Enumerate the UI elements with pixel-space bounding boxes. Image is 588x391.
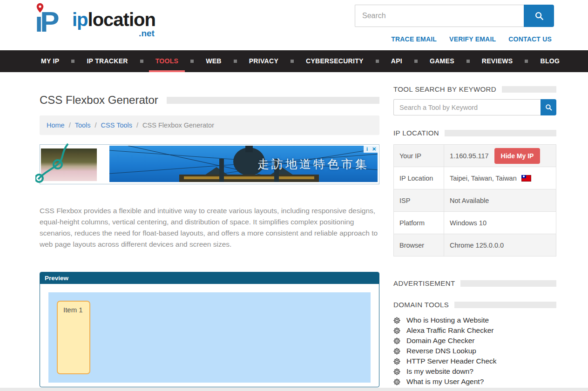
page-bottom-strip bbox=[0, 388, 588, 391]
nav-item-privacy[interactable]: PRIVACY bbox=[243, 50, 285, 72]
site-search-button[interactable] bbox=[524, 5, 554, 27]
domain-tool-label: Reverse DNS Lookup bbox=[406, 347, 476, 355]
breadcrumb-separator: / bbox=[69, 121, 71, 129]
ip-location-heading: IP LOCATION bbox=[393, 129, 439, 137]
domain-tool-website-down[interactable]: Is my website down? bbox=[393, 366, 556, 377]
breadcrumb-tools[interactable]: Tools bbox=[75, 121, 91, 129]
gear-icon bbox=[393, 348, 400, 355]
ad-close-icon[interactable]: ✕ bbox=[371, 146, 378, 153]
table-row: Platform Windows 10 bbox=[394, 212, 556, 234]
advertisement-heading: ADVERTISEMENT bbox=[393, 279, 455, 287]
domain-tools-heading: DOMAIN TOOLS bbox=[393, 301, 449, 309]
domain-tool-label: Is my website down? bbox=[406, 367, 473, 376]
nav-separator bbox=[525, 60, 528, 63]
domain-tool-label: HTTP Server Header Check bbox=[406, 357, 497, 365]
nav-item-tools[interactable]: TOOLS bbox=[149, 50, 185, 72]
site-search-input[interactable] bbox=[355, 5, 524, 27]
trace-email-link[interactable]: TRACE EMAIL bbox=[391, 35, 437, 43]
preview-header: Preview bbox=[40, 272, 379, 284]
domain-tool-domain-age[interactable]: Domain Age Checker bbox=[393, 336, 556, 346]
row-label: ISP bbox=[394, 189, 444, 212]
tool-description: CSS Flexbox provides a flexible and intu… bbox=[40, 205, 379, 250]
domain-tool-reverse-dns[interactable]: Reverse DNS Lookup bbox=[393, 346, 556, 356]
nav-separator bbox=[466, 60, 470, 63]
domain-tools-list: Who is Hosting a Website Alexa Traffic R… bbox=[393, 315, 556, 387]
logo-text-ip: ip bbox=[72, 9, 88, 30]
heading-decor-bar bbox=[445, 130, 556, 136]
nav-separator bbox=[414, 60, 418, 63]
ad-info-icon[interactable]: i bbox=[364, 146, 371, 153]
main-navigation: MY IP IP TRACKER TOOLS WEB PRIVACY CYBER… bbox=[0, 50, 588, 72]
contact-us-link[interactable]: CONTACT US bbox=[508, 35, 552, 43]
location-pin-icon bbox=[36, 3, 44, 13]
tool-search-input[interactable] bbox=[393, 99, 541, 115]
nav-item-web[interactable]: WEB bbox=[199, 50, 228, 72]
domain-tool-label: Alexa Traffic Rank Checker bbox=[406, 326, 494, 335]
heading-decor-bar bbox=[502, 86, 556, 93]
domain-tool-label: Domain Age Checker bbox=[406, 337, 474, 345]
tool-search-button[interactable] bbox=[541, 99, 556, 115]
nav-item-blog[interactable]: BLOG bbox=[534, 50, 566, 72]
domain-tool-user-agent[interactable]: What is my User Agent? bbox=[393, 377, 556, 387]
browser-value: Chrome 125.0.0.0 bbox=[444, 234, 556, 256]
site-header: ıP iplocation .net TRACE EMAIL VERIFY EM… bbox=[0, 0, 588, 50]
domain-tool-http-header[interactable]: HTTP Server Header Check bbox=[393, 356, 556, 366]
nav-separator bbox=[234, 60, 237, 63]
logo-text-location: location bbox=[88, 9, 155, 30]
title-decor-bar bbox=[167, 97, 379, 104]
table-row: Browser Chrome 125.0.0.0 bbox=[394, 234, 556, 256]
ip-location-table: Your IP 1.160.95.117 Hide My IP IP Locat… bbox=[393, 144, 556, 256]
nav-item-my-ip[interactable]: MY IP bbox=[34, 50, 66, 72]
preview-card: Preview Item 1 bbox=[40, 272, 379, 387]
site-logo[interactable]: ıP iplocation .net bbox=[35, 4, 155, 40]
domain-tool-alexa-rank[interactable]: Alexa Traffic Rank Checker bbox=[393, 325, 556, 336]
hide-my-ip-button[interactable]: Hide My IP bbox=[494, 148, 541, 164]
header-links: TRACE EMAIL VERIFY EMAIL CONTACT US bbox=[391, 35, 552, 43]
flexbox-preview-container: Item 1 bbox=[48, 292, 371, 383]
nav-separator bbox=[376, 60, 379, 63]
domain-tool-who-is-hosting[interactable]: Who is Hosting a Website bbox=[393, 315, 556, 325]
route-line-decor bbox=[35, 143, 77, 189]
ad-caption-text: 走訪地道特色市集 bbox=[257, 156, 369, 172]
nav-item-ip-tracker[interactable]: IP TRACKER bbox=[80, 50, 134, 72]
gear-icon bbox=[393, 368, 400, 375]
breadcrumb: Home / Tools / CSS Tools / CSS Flexbox G… bbox=[40, 115, 379, 135]
site-search bbox=[355, 5, 554, 27]
search-icon bbox=[534, 11, 544, 21]
gear-icon bbox=[393, 317, 400, 324]
ad-image-landscape bbox=[41, 148, 97, 181]
verify-email-link[interactable]: VERIFY EMAIL bbox=[449, 35, 496, 43]
gear-icon bbox=[393, 327, 400, 334]
ip-location-value: Taipei, Taiwan, Taiwan bbox=[450, 175, 517, 182]
ad-image-building: 走訪地道特色市集 bbox=[109, 146, 378, 182]
nav-separator bbox=[71, 60, 74, 63]
ad-banner[interactable]: 走訪地道特色市集 i ✕ bbox=[40, 144, 379, 184]
your-ip-value: 1.160.95.117 bbox=[450, 152, 489, 160]
nav-item-reviews[interactable]: REVIEWS bbox=[475, 50, 520, 72]
taiwan-flag-icon bbox=[521, 175, 531, 182]
breadcrumb-separator: / bbox=[95, 121, 97, 129]
nav-separator bbox=[140, 60, 143, 63]
heading-decor-bar bbox=[454, 302, 556, 308]
tool-search-heading: TOOL SEARCH BY KEYWORD bbox=[393, 85, 496, 93]
heading-decor-bar bbox=[460, 280, 556, 287]
gear-icon bbox=[393, 337, 400, 344]
logo-mark: ıP bbox=[35, 4, 71, 40]
search-icon bbox=[545, 103, 553, 111]
breadcrumb-home[interactable]: Home bbox=[47, 121, 65, 129]
logo-text-net: .net bbox=[72, 29, 155, 38]
domain-tool-label: Who is Hosting a Website bbox=[406, 316, 489, 324]
table-row: ISP Not Available bbox=[394, 189, 556, 212]
row-label: Your IP bbox=[394, 145, 444, 167]
domain-tool-label: What is my User Agent? bbox=[406, 378, 484, 386]
isp-value: Not Available bbox=[444, 189, 556, 212]
nav-item-games[interactable]: GAMES bbox=[423, 50, 461, 72]
nav-separator bbox=[291, 60, 294, 63]
nav-item-cybersecurity[interactable]: CYBERSECURITY bbox=[299, 50, 370, 72]
flexbox-preview-item: Item 1 bbox=[57, 301, 90, 374]
breadcrumb-current: CSS Flexbox Generator bbox=[142, 121, 214, 129]
row-label: Platform bbox=[394, 212, 444, 234]
breadcrumb-css-tools[interactable]: CSS Tools bbox=[101, 121, 132, 129]
page-title: CSS Flexbox Generator bbox=[40, 94, 158, 107]
nav-item-api[interactable]: API bbox=[385, 50, 409, 72]
